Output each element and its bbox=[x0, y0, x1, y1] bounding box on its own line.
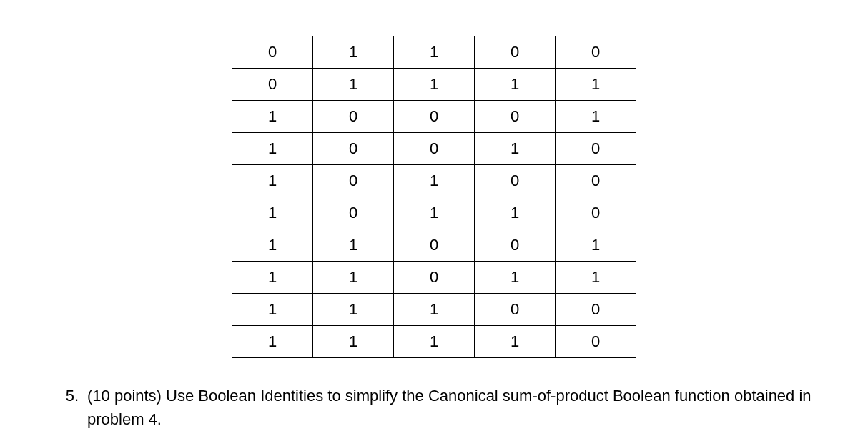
table-cell: 0 bbox=[232, 69, 313, 101]
table-cell: 0 bbox=[475, 229, 556, 262]
table-cell: 1 bbox=[475, 262, 556, 294]
table-cell: 0 bbox=[232, 36, 313, 69]
table-cell: 1 bbox=[232, 133, 313, 165]
table-cell: 1 bbox=[394, 294, 475, 326]
table-cell: 1 bbox=[394, 69, 475, 101]
table-row: 1 0 0 1 0 bbox=[232, 133, 636, 165]
table-cell: 0 bbox=[394, 262, 475, 294]
table-cell: 1 bbox=[475, 69, 556, 101]
table-cell: 1 bbox=[394, 165, 475, 197]
truth-table: 0 1 1 0 0 0 1 1 1 1 1 0 0 0 bbox=[232, 36, 636, 358]
table-row: 1 0 1 1 0 bbox=[232, 197, 636, 229]
question-text: (10 points) Use Boolean Identities to si… bbox=[87, 384, 825, 431]
table-cell: 0 bbox=[394, 229, 475, 262]
table-cell: 1 bbox=[475, 133, 556, 165]
table-cell: 1 bbox=[394, 326, 475, 358]
table-cell: 0 bbox=[556, 133, 636, 165]
table-cell: 0 bbox=[394, 133, 475, 165]
table-cell: 1 bbox=[394, 197, 475, 229]
table-cell: 0 bbox=[556, 165, 636, 197]
table-cell: 0 bbox=[556, 197, 636, 229]
question-number: 5. bbox=[50, 384, 87, 407]
table-cell: 1 bbox=[475, 326, 556, 358]
table-cell: 0 bbox=[556, 294, 636, 326]
table-cell: 1 bbox=[313, 69, 394, 101]
table-row: 1 1 1 1 0 bbox=[232, 326, 636, 358]
table-cell: 0 bbox=[475, 101, 556, 133]
table-cell: 0 bbox=[475, 36, 556, 69]
table-cell: 1 bbox=[556, 101, 636, 133]
table-row: 0 1 1 0 0 bbox=[232, 36, 636, 69]
table-cell: 1 bbox=[475, 197, 556, 229]
table-cell: 1 bbox=[232, 326, 313, 358]
table-row: 0 1 1 1 1 bbox=[232, 69, 636, 101]
table-cell: 1 bbox=[313, 262, 394, 294]
table-cell: 0 bbox=[313, 197, 394, 229]
table-cell: 0 bbox=[394, 101, 475, 133]
table-cell: 1 bbox=[232, 294, 313, 326]
table-cell: 1 bbox=[313, 326, 394, 358]
table-row: 1 1 1 0 0 bbox=[232, 294, 636, 326]
table-cell: 1 bbox=[232, 101, 313, 133]
table-cell: 0 bbox=[313, 165, 394, 197]
table-cell: 1 bbox=[232, 229, 313, 262]
table-cell: 1 bbox=[313, 294, 394, 326]
page: 0 1 1 0 0 0 1 1 1 1 1 0 0 0 bbox=[0, 0, 868, 431]
table-cell: 1 bbox=[556, 229, 636, 262]
table-cell: 1 bbox=[313, 229, 394, 262]
truth-table-wrap: 0 1 1 0 0 0 1 1 1 1 1 0 0 0 bbox=[0, 36, 868, 358]
table-cell: 0 bbox=[556, 36, 636, 69]
table-cell: 0 bbox=[475, 294, 556, 326]
table-cell: 1 bbox=[556, 69, 636, 101]
table-cell: 0 bbox=[475, 165, 556, 197]
table-cell: 1 bbox=[232, 165, 313, 197]
table-cell: 1 bbox=[232, 262, 313, 294]
table-cell: 0 bbox=[313, 133, 394, 165]
table-cell: 1 bbox=[313, 36, 394, 69]
table-row: 1 1 0 0 1 bbox=[232, 229, 636, 262]
table-cell: 1 bbox=[232, 197, 313, 229]
table-row: 1 1 0 1 1 bbox=[232, 262, 636, 294]
table-row: 1 0 0 0 1 bbox=[232, 101, 636, 133]
table-row: 1 0 1 0 0 bbox=[232, 165, 636, 197]
table-cell: 1 bbox=[394, 36, 475, 69]
table-cell: 0 bbox=[556, 326, 636, 358]
table-cell: 0 bbox=[313, 101, 394, 133]
table-cell: 1 bbox=[556, 262, 636, 294]
question-5: 5. (10 points) Use Boolean Identities to… bbox=[0, 384, 868, 431]
